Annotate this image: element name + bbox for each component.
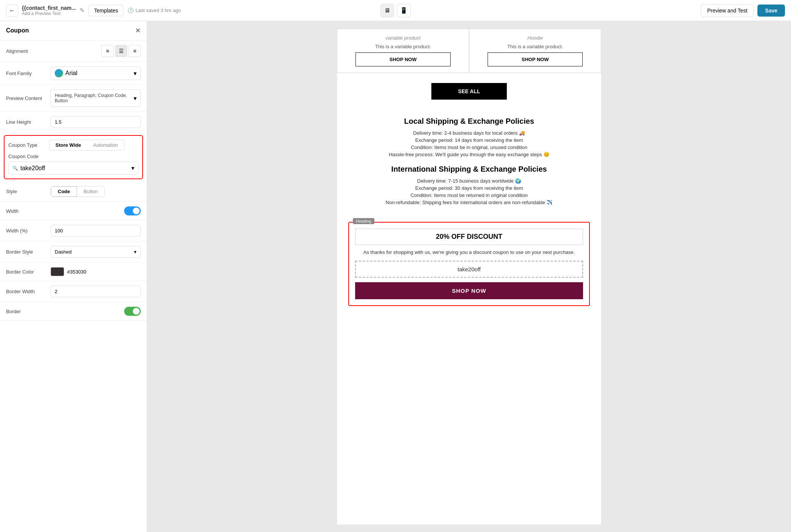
topbar-right: Preview and Test Save — [701, 4, 785, 17]
back-icon: ← — [9, 7, 15, 14]
width-pct-input[interactable]: 100 — [51, 225, 141, 237]
font-family-row: Font Family 🌐 Arial ▾ — [0, 62, 147, 85]
contact-info: {{contact_first_nam... Add a Preview Tex… — [22, 5, 76, 16]
email-canvas: variable product This is a variable prod… — [337, 29, 601, 524]
align-left-button[interactable]: ≡ — [102, 45, 114, 57]
border-row: Border — [0, 302, 147, 321]
canvas-area: variable product This is a variable prod… — [147, 21, 791, 532]
align-right-button[interactable]: ≡ — [129, 45, 141, 57]
shop-now-button-0[interactable]: SHOP NOW — [355, 52, 451, 66]
mobile-view-button[interactable]: 📱 — [397, 4, 411, 17]
preview-content-value: Heading, Paragraph, Coupon Code, Button — [55, 93, 134, 103]
alignment-label: Alignment — [6, 48, 48, 54]
back-button[interactable]: ← — [6, 5, 18, 17]
line-height-label: Line Height — [6, 119, 48, 125]
coupon-type-store-wide-button[interactable]: Store Wide — [49, 140, 87, 150]
border-style-select[interactable]: Dashed ▾ — [51, 246, 141, 258]
border-toggle-switch[interactable] — [124, 307, 141, 316]
width-pct-row: Width (%) 100 — [0, 220, 147, 241]
heading-badge: Heading — [353, 218, 374, 224]
style-row: Style Code Button — [0, 181, 147, 202]
intl-line-2: Condition: Items must be returned in ori… — [352, 192, 586, 198]
local-line-2: Condition: Items must be in original, un… — [352, 145, 586, 150]
font-family-label: Font Family — [6, 71, 48, 76]
coupon-code-label: Coupon Code — [8, 154, 139, 159]
alignment-row: Alignment ≡ ☰ ≡ — [0, 40, 147, 62]
saved-text-label: Last saved 3 hrs ago — [135, 8, 181, 13]
sidebar-header: Coupon ✕ — [0, 21, 147, 40]
coupon-type-label: Coupon Type — [8, 142, 46, 148]
coupon-code-inner: 🔍 take20off — [12, 165, 45, 172]
border-style-value: Dashed — [55, 249, 72, 255]
chevron-down-icon: ▾ — [134, 95, 137, 102]
chevron-down-icon: ▾ — [134, 70, 137, 77]
sidebar-title: Coupon — [6, 27, 29, 34]
topbar-center: 🖥 📱 — [380, 4, 411, 17]
main-layout: Coupon ✕ Alignment ≡ ☰ ≡ Font Family 🌐 A… — [0, 21, 791, 532]
font-family-value: Arial — [65, 70, 77, 77]
preview-content-row: Preview Content Heading, Paragraph, Coup… — [0, 85, 147, 112]
search-icon: 🔍 — [12, 166, 18, 171]
close-button[interactable]: ✕ — [135, 26, 141, 35]
product-cell-0: variable product This is a variable prod… — [337, 29, 469, 73]
border-label: Border — [6, 309, 48, 314]
product-cell-1: Hoodie This is a variable product. SHOP … — [469, 29, 601, 73]
preview-text-label[interactable]: Add a Preview Text — [22, 11, 76, 16]
coupon-code-display: take20off — [355, 261, 583, 278]
border-color-label: Border Color — [6, 269, 48, 275]
border-color-row: Border Color #353030 — [0, 263, 147, 281]
intl-line-0: Delivery time: 7-15 business days worldw… — [352, 178, 586, 184]
coupon-code-dropdown[interactable]: 🔍 take20off ▾ — [8, 161, 139, 175]
local-line-1: Exchange period: 14 days from receiving … — [352, 137, 586, 143]
width-toggle-switch[interactable] — [124, 206, 141, 215]
color-swatch-row: #353030 — [51, 267, 141, 276]
shop-now-button-1[interactable]: SHOP NOW — [488, 52, 583, 66]
shipping-section: Local Shipping & Exchange Policies Deliv… — [337, 109, 601, 214]
local-line-3: Hassle-free process: We'll guide you thr… — [352, 152, 586, 157]
coupon-type-automation-button[interactable]: Automation — [87, 140, 124, 150]
font-family-select[interactable]: 🌐 Arial ▾ — [51, 66, 141, 80]
preview-content-select[interactable]: Heading, Paragraph, Coupon Code, Button … — [51, 89, 141, 107]
align-center-button[interactable]: ☰ — [115, 45, 127, 57]
border-width-row: Border Width 2 — [0, 281, 147, 302]
coupon-code-value: take20off — [20, 165, 45, 172]
globe-icon: 🌐 — [55, 69, 63, 77]
line-height-input[interactable]: 1.5 — [51, 116, 141, 128]
topbar: ← {{contact_first_nam... Add a Preview T… — [0, 0, 791, 21]
preview-content-label: Preview Content — [6, 95, 48, 101]
intl-line-3: Non-refundable: Shipping fees for intern… — [352, 200, 586, 205]
width-pct-label: Width (%) — [6, 228, 48, 234]
border-width-label: Border Width — [6, 289, 48, 294]
line-height-row: Line Height 1.5 — [0, 112, 147, 133]
border-style-row: Border Style Dashed ▾ — [0, 241, 147, 263]
intl-line-1: Exchange period: 30 days from receiving … — [352, 185, 586, 191]
product-row: variable product This is a variable prod… — [337, 29, 601, 73]
style-code-button[interactable]: Code — [51, 186, 77, 197]
coupon-shop-now-button[interactable]: SHOP NOW — [355, 282, 583, 299]
style-button-button[interactable]: Button — [77, 186, 105, 197]
local-shipping-title: Local Shipping & Exchange Policies — [352, 117, 586, 126]
save-button[interactable]: Save — [757, 5, 785, 17]
desktop-view-button[interactable]: 🖥 — [380, 4, 394, 17]
see-all-button[interactable]: SEE ALL — [431, 83, 507, 100]
edit-icon[interactable]: ✎ — [80, 7, 85, 14]
local-line-0: Delivery time: 2-4 business days for loc… — [352, 130, 586, 136]
saved-status: 🕐 Last saved 3 hrs ago — [128, 8, 181, 13]
border-color-swatch[interactable] — [51, 267, 64, 276]
style-label: Style — [6, 189, 48, 194]
product-desc-0: This is a variable product. — [343, 44, 463, 49]
product-name-1: Hoodie — [476, 35, 595, 41]
border-color-hex: #353030 — [67, 269, 86, 275]
templates-button[interactable]: Templates — [88, 5, 124, 16]
product-name-0: variable product — [343, 35, 463, 41]
width-row: Width — [0, 202, 147, 220]
style-toggle: Code Button — [51, 186, 105, 197]
sidebar: Coupon ✕ Alignment ≡ ☰ ≡ Font Family 🌐 A… — [0, 21, 147, 532]
discount-heading[interactable]: 20% OFF DISCOUNT — [355, 229, 583, 245]
preview-test-button[interactable]: Preview and Test — [701, 4, 754, 17]
font-family-inner: 🌐 Arial — [55, 69, 77, 77]
coupon-section: Heading 20% OFF DISCOUNT As thanks for s… — [348, 222, 590, 306]
coupon-type-toggle: Store Wide Automation — [49, 140, 125, 151]
coupon-code-row: Coupon Code 🔍 take20off ▾ — [8, 154, 139, 175]
border-width-input[interactable]: 2 — [51, 286, 141, 297]
